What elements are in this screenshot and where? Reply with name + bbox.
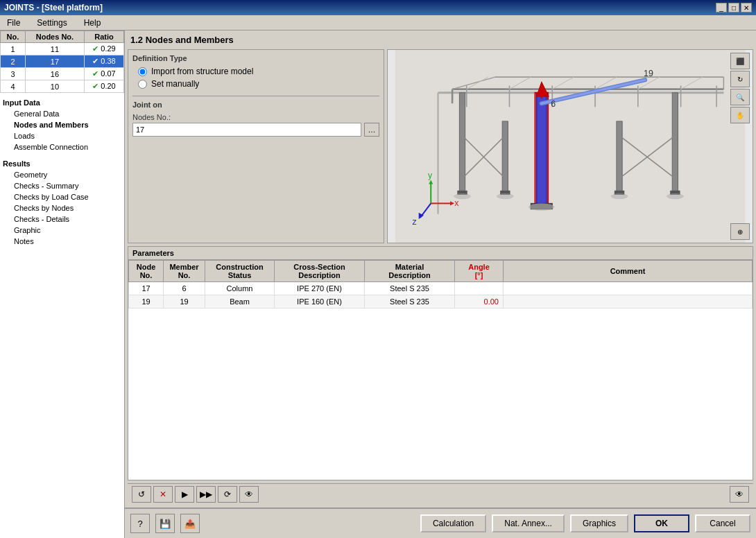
cell-cross: IPE 160 (EN) (275, 295, 365, 309)
cell-no: 1 (1, 43, 26, 55)
form-panel: Definition Type Import from structure mo… (128, 49, 384, 243)
close-button[interactable]: ✕ (741, 3, 752, 12)
footer-save-btn[interactable]: 💾 (155, 514, 175, 533)
view-btn-1[interactable]: ⬛ (730, 53, 750, 69)
tree-nav: Input Data General Data Nodes and Member… (0, 93, 124, 538)
tree-assemble[interactable]: Assemble Connection (3, 141, 121, 153)
minimize-button[interactable]: _ (716, 3, 727, 12)
table-row[interactable]: 2 17 ✔ 0.38 (1, 55, 124, 68)
table-row[interactable]: 1 11 ✔ 0.29 (1, 43, 124, 55)
view-btn-zoom-fit[interactable]: ⊕ (730, 223, 750, 240)
col-header-status: ConstructionStatus (205, 261, 275, 282)
tree-input-data-label: Input Data (3, 97, 121, 108)
view-toolbar: ⬛ ↻ 🔍 ✋ (730, 53, 750, 123)
tree-checks-summary[interactable]: Checks - Summary (3, 180, 121, 191)
nodes-select-button[interactable]: … (364, 123, 379, 137)
tree-checks-details[interactable]: Checks - Details (3, 214, 121, 225)
svg-point-54 (611, 193, 628, 199)
view-btn-2[interactable]: ↻ (730, 71, 750, 87)
cell-nodes: 11 (25, 43, 84, 55)
window-title: JOINTS - [Steel platform] (4, 3, 103, 12)
col-header-node: NodeNo. (129, 261, 164, 282)
cell-status: Beam (205, 295, 275, 309)
radio-manual[interactable]: Set manually (138, 79, 379, 89)
view-btn-3[interactable]: 🔍 (730, 89, 750, 105)
section-title: 1.2 Nodes and Members (128, 33, 753, 46)
svg-point-55 (667, 193, 684, 199)
col-ratio: Ratio (84, 31, 123, 43)
bottom-toolbar: ↺ ✕ ▶ ▶▶ ⟳ 👁 👁 (128, 483, 753, 505)
menu-file[interactable]: File (3, 17, 24, 29)
maximize-button[interactable]: □ (728, 3, 739, 12)
nodes-no-input[interactable] (132, 123, 361, 137)
nodes-field-row: … (132, 123, 379, 137)
cell-nodes: 10 (25, 80, 84, 93)
calculation-button[interactable]: Calculation (420, 514, 486, 532)
menu-settings[interactable]: Settings (33, 17, 71, 29)
tree-results-label: Results (3, 158, 121, 169)
cell-comment (504, 295, 753, 309)
menu-bar: File Settings Help (0, 15, 756, 31)
main-container: No. Nodes No. Ratio 1 11 ✔ 0.29 2 17 ✔ 0… (0, 31, 756, 538)
params-table-wrapper: NodeNo. MemberNo. ConstructionStatus Cro… (128, 260, 753, 480)
toolbar-eye-btn[interactable]: 👁 (730, 486, 749, 503)
svg-text:z: z (412, 217, 416, 227)
ok-button[interactable]: OK (634, 514, 689, 532)
col-nodes: Nodes No. (25, 31, 84, 43)
toolbar-view-btn[interactable]: 👁 (239, 486, 259, 503)
svg-text:6: 6 (551, 99, 556, 109)
nodes-no-label: Nodes No.: (132, 113, 379, 121)
toolbar-add-btn[interactable]: ⟳ (218, 486, 237, 503)
window-controls: _ □ ✕ (716, 3, 752, 12)
tree-checks-nodes[interactable]: Checks by Nodes (3, 202, 121, 214)
cell-cross: IPE 270 (EN) (275, 282, 365, 295)
col-header-cross: Cross-SectionDescription (275, 261, 365, 282)
toolbar-next-btn[interactable]: ▶ (175, 486, 194, 503)
cell-nodes: 17 (25, 55, 84, 68)
tree-checks-load-case[interactable]: Checks by Load Case (3, 191, 121, 202)
cell-ratio: ✔ 0.29 (84, 43, 123, 55)
svg-text:x: x (454, 198, 459, 208)
params-row[interactable]: 19 19 Beam IPE 160 (EN) Steel S 235 0.00 (129, 295, 753, 309)
col-header-comment: Comment (504, 261, 753, 282)
graphics-button[interactable]: Graphics (570, 514, 628, 532)
toolbar-last-btn[interactable]: ▶▶ (196, 486, 216, 503)
nat-annex-button[interactable]: Nat. Annex... (492, 514, 565, 532)
tree-nodes-members[interactable]: Nodes and Members (3, 119, 121, 130)
table-row[interactable]: 4 10 ✔ 0.20 (1, 80, 124, 93)
structure-svg: 19 6 (388, 50, 753, 243)
tree-general-data[interactable]: General Data (3, 108, 121, 119)
svg-rect-26 (672, 93, 678, 193)
params-title: Parameters (128, 247, 753, 260)
cell-nodes: 16 (25, 68, 84, 80)
svg-rect-21 (537, 93, 547, 207)
toolbar-refresh-btn[interactable]: ↺ (132, 486, 151, 503)
cancel-button[interactable]: Cancel (695, 514, 750, 532)
footer-help-btn[interactable]: ? (130, 514, 150, 533)
cell-material: Steel S 235 (365, 282, 455, 295)
svg-text:19: 19 (644, 69, 653, 78)
svg-point-52 (497, 193, 514, 199)
params-section: Parameters NodeNo. MemberNo. Constructio… (128, 246, 753, 480)
tree-graphic[interactable]: Graphic (3, 225, 121, 236)
cell-node: 17 (129, 282, 164, 295)
col-header-material: MaterialDescription (365, 261, 455, 282)
svg-text:y: y (428, 171, 433, 180)
toolbar-delete-btn[interactable]: ✕ (153, 486, 173, 503)
cell-ratio: ✔ 0.20 (84, 80, 123, 93)
cell-angle (455, 282, 504, 295)
svg-point-51 (454, 193, 471, 199)
tree-notes[interactable]: Notes (3, 236, 121, 247)
table-row[interactable]: 3 16 ✔ 0.07 (1, 68, 124, 80)
params-row[interactable]: 17 6 Column IPE 270 (EN) Steel S 235 (129, 282, 753, 295)
tree-loads[interactable]: Loads (3, 130, 121, 141)
cell-member: 19 (164, 295, 205, 309)
footer-export-btn[interactable]: 📤 (180, 514, 200, 533)
radio-import[interactable]: Import from structure model (138, 67, 379, 76)
tree-geometry[interactable]: Geometry (3, 169, 121, 180)
view-btn-4[interactable]: ✋ (730, 107, 750, 123)
menu-help[interactable]: Help (80, 17, 105, 29)
left-panel: No. Nodes No. Ratio 1 11 ✔ 0.29 2 17 ✔ 0… (0, 31, 125, 538)
cell-comment (504, 282, 753, 295)
footer: ? 💾 📤 Calculation Nat. Annex... Graphics… (125, 507, 756, 538)
